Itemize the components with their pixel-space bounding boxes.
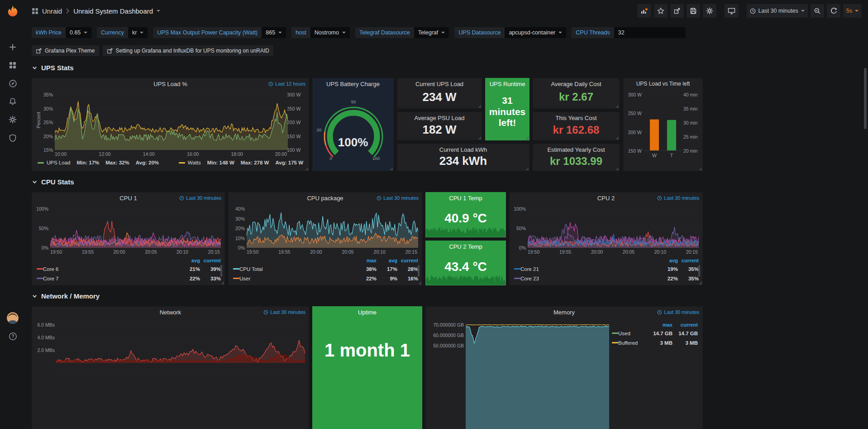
variable-value-dropdown[interactable]: 865 — [262, 27, 286, 38]
panel-ups-load-vs-time-left: UPS Load vs Time left 300 W250 W200 W150… — [623, 78, 703, 171]
panel-title[interactable]: CPU 1 Temp — [426, 193, 506, 202]
legend-scrollbar[interactable] — [698, 265, 700, 277]
panel-timerange-badge: Last 30 minutes — [179, 195, 221, 201]
cycle-view-monitor-button[interactable] — [725, 4, 739, 18]
legend-header[interactable]: current — [672, 322, 698, 328]
variable-value-dropdown[interactable]: kr — [128, 27, 148, 38]
cpu2-chart[interactable] — [528, 209, 699, 248]
variable-label: UPS Datasource — [454, 27, 505, 38]
legend-header[interactable]: max — [356, 258, 377, 263]
chevron-down-icon — [32, 65, 38, 71]
dashboard-caret-icon[interactable] — [157, 10, 160, 12]
panel-title[interactable]: Current Load kWh — [397, 144, 529, 153]
panel-title[interactable]: Uptime — [313, 307, 422, 316]
panel-title[interactable]: CPU 2 Temp — [426, 241, 506, 250]
explore-icon[interactable] — [0, 74, 25, 92]
cpu-threads-input[interactable]: 32 — [614, 27, 686, 38]
y-axis-ticks-left: 70.000000 GB60.000000 GB50.000000 GB — [428, 322, 464, 348]
apps-grid-icon[interactable] — [32, 8, 38, 14]
panel-title[interactable]: Current UPS Load — [397, 78, 482, 87]
configuration-gear-icon[interactable] — [0, 111, 25, 129]
panel-title[interactable]: UPS Load vs Time left — [624, 78, 702, 87]
avatar[interactable] — [0, 309, 25, 327]
panel-title[interactable]: UPS Runtime — [486, 78, 529, 87]
time-range-picker[interactable]: Last 30 minutes — [747, 4, 808, 18]
legend-scrollbar[interactable] — [220, 265, 222, 277]
variable-value: kr — [132, 29, 137, 36]
memory-chart[interactable] — [466, 323, 609, 429]
refresh-button[interactable] — [827, 4, 840, 18]
share-button[interactable] — [670, 4, 684, 18]
link-ups-monitoring-guide[interactable]: Setting up Grafana and InfluxDB for UPS … — [103, 45, 274, 56]
breadcrumb-app[interactable]: Unraid — [42, 7, 62, 15]
link-grafana-plex-theme[interactable]: Grafana Plex Theme — [32, 45, 99, 56]
sidebar-menu — [0, 38, 25, 147]
series-name[interactable]: Used — [618, 331, 630, 336]
network-chart[interactable] — [56, 323, 305, 429]
series-name[interactable]: Core 23 — [520, 276, 539, 281]
save-button[interactable] — [687, 4, 700, 18]
legend-header[interactable]: avg — [179, 258, 200, 263]
x-axis-ticks: 10:0012:0014:0016:0018:0020:00 — [55, 151, 287, 157]
variable-host: host Nostromo — [291, 27, 350, 38]
variable-value-dropdown[interactable]: Telegraf — [414, 27, 449, 38]
star-button[interactable] — [654, 4, 668, 18]
variable-label: Telegraf Datasource — [355, 27, 414, 38]
legend-header[interactable]: current — [678, 258, 699, 263]
dashboards-icon[interactable] — [0, 56, 25, 74]
dashboard-links-row: Grafana Plex Theme Setting up Grafana an… — [32, 45, 273, 56]
series-name[interactable]: User — [239, 276, 250, 281]
ups-bars-chart[interactable] — [644, 95, 682, 151]
panel-title[interactable]: Average PSU Load — [397, 112, 482, 121]
create-icon[interactable] — [0, 38, 25, 56]
page-scrollbar[interactable] — [864, 68, 867, 129]
legend-header[interactable]: avg — [377, 258, 397, 263]
legend-header[interactable]: current — [200, 258, 221, 263]
series-name[interactable]: CPU Total — [239, 266, 263, 272]
clock-icon — [657, 196, 662, 201]
server-admin-shield-icon[interactable] — [0, 129, 25, 147]
variable-value-dropdown[interactable]: Nostromo — [310, 27, 350, 38]
zoom-out-button[interactable] — [811, 4, 824, 18]
alerting-bell-icon[interactable] — [0, 92, 25, 111]
sidebar-bottom: ? — [0, 309, 25, 429]
series-name[interactable]: Core 6 — [43, 266, 59, 272]
cpu1-chart[interactable] — [50, 209, 221, 248]
refresh-interval-dropdown[interactable]: 5s — [843, 4, 862, 18]
variable-value: 865 — [266, 29, 275, 36]
help-icon[interactable]: ? — [0, 327, 25, 345]
legend-row: Core 21 19%35% — [514, 264, 699, 274]
cpu-package-chart[interactable] — [247, 209, 418, 248]
panel-title[interactable]: This Years Cost — [533, 112, 619, 121]
series-name[interactable]: Watts — [188, 160, 201, 165]
series-color-dash — [514, 278, 520, 279]
section-ups-stats[interactable]: UPS Stats — [32, 64, 74, 72]
legend-row: Core 6 21%39% — [37, 264, 221, 274]
grafana-dashboard: ? Unraid Unraid System Dashboard — [0, 0, 868, 429]
dashboard-settings-button[interactable] — [703, 4, 716, 18]
series-name[interactable]: UPS Load — [47, 160, 70, 165]
panel-title[interactable]: Average Daily Cost — [533, 78, 619, 87]
legend-header[interactable]: max — [647, 322, 672, 328]
series-name[interactable]: Core 21 — [520, 266, 539, 272]
stat-value: 31 minutes left! — [486, 87, 529, 140]
variable-value-dropdown[interactable]: 0.65 — [66, 27, 91, 38]
variable-value-dropdown[interactable]: apcupsd-container — [505, 27, 566, 38]
breadcrumb: Unraid Unraid System Dashboard — [32, 7, 160, 15]
series-name[interactable]: Core 7 — [43, 276, 59, 281]
panel-title[interactable]: Estimated Yearly Cost — [533, 144, 619, 153]
section-network-memory[interactable]: Network / Memory — [32, 292, 100, 300]
time-range-label: Last 30 minutes — [758, 8, 798, 14]
legend-header[interactable]: current — [397, 258, 418, 263]
ups-load-chart[interactable] — [55, 95, 288, 150]
legend-scrollbar[interactable] — [418, 265, 420, 277]
panel-title[interactable]: UPS Load % — [32, 78, 309, 87]
series-name[interactable]: Buffered — [618, 340, 638, 346]
legend-header[interactable]: avg — [657, 258, 678, 263]
add-panel-button[interactable] — [637, 4, 651, 18]
series-color-dash — [514, 268, 520, 270]
breadcrumb-dashboard-title[interactable]: Unraid System Dashboard — [73, 7, 153, 15]
chevron-down-icon — [140, 32, 143, 34]
grafana-logo[interactable] — [6, 0, 19, 22]
section-cpu-stats[interactable]: CPU Stats — [32, 178, 74, 186]
